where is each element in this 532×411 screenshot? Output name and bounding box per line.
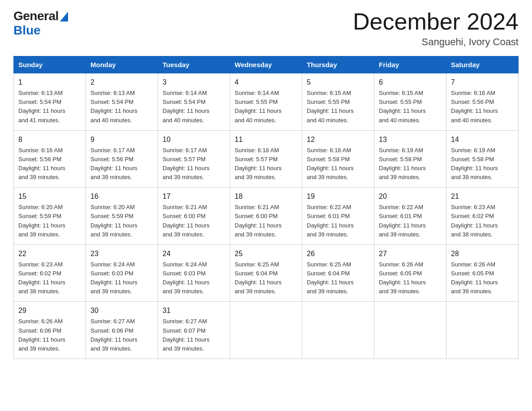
calendar-header-cell: Wednesday (230, 56, 302, 73)
day-info: Sunrise: 6:23 AM Sunset: 6:02 PM Dayligh… (18, 260, 81, 296)
day-number: 8 (18, 134, 81, 145)
calendar-day-cell: 11Sunrise: 6:18 AM Sunset: 5:57 PM Dayli… (230, 130, 302, 188)
calendar-week-row: 15Sunrise: 6:20 AM Sunset: 5:59 PM Dayli… (14, 188, 519, 245)
calendar-day-cell: 30Sunrise: 6:27 AM Sunset: 6:06 PM Dayli… (86, 302, 158, 359)
logo-arrow-icon (60, 12, 68, 21)
day-number: 12 (307, 134, 369, 145)
day-info: Sunrise: 6:20 AM Sunset: 5:59 PM Dayligh… (90, 203, 153, 239)
day-number: 2 (90, 77, 153, 88)
calendar-day-cell: 8Sunrise: 6:16 AM Sunset: 5:56 PM Daylig… (14, 130, 86, 188)
day-number: 9 (90, 134, 153, 145)
day-number: 27 (379, 248, 442, 259)
calendar-header-cell: Saturday (446, 56, 519, 73)
day-number: 4 (235, 77, 297, 88)
day-number: 11 (235, 134, 297, 145)
calendar-day-cell: 1Sunrise: 6:13 AM Sunset: 5:54 PM Daylig… (14, 73, 86, 131)
calendar-week-row: 29Sunrise: 6:26 AM Sunset: 6:06 PM Dayli… (14, 302, 519, 359)
day-number: 7 (451, 77, 514, 88)
day-number: 24 (163, 248, 225, 259)
calendar-day-cell: 13Sunrise: 6:19 AM Sunset: 5:58 PM Dayli… (374, 130, 446, 188)
logo: General Blue (13, 9, 68, 38)
day-info: Sunrise: 6:19 AM Sunset: 5:58 PM Dayligh… (379, 146, 442, 182)
day-info: Sunrise: 6:16 AM Sunset: 5:56 PM Dayligh… (451, 89, 514, 125)
calendar-day-cell: 20Sunrise: 6:22 AM Sunset: 6:01 PM Dayli… (374, 188, 446, 245)
page-header: General Blue December 2024 Sanguehi, Ivo… (13, 9, 519, 48)
location-subtitle: Sanguehi, Ivory Coast (353, 36, 519, 48)
calendar-body: 1Sunrise: 6:13 AM Sunset: 5:54 PM Daylig… (14, 73, 519, 359)
day-info: Sunrise: 6:21 AM Sunset: 6:00 PM Dayligh… (163, 203, 225, 239)
day-number: 18 (235, 191, 297, 202)
calendar-day-cell: 29Sunrise: 6:26 AM Sunset: 6:06 PM Dayli… (14, 302, 86, 359)
day-info: Sunrise: 6:27 AM Sunset: 6:07 PM Dayligh… (163, 317, 225, 353)
day-number: 30 (90, 305, 153, 316)
calendar-day-cell: 5Sunrise: 6:15 AM Sunset: 5:55 PM Daylig… (302, 73, 374, 131)
day-number: 21 (451, 191, 514, 202)
day-info: Sunrise: 6:24 AM Sunset: 6:03 PM Dayligh… (90, 260, 153, 296)
day-number: 20 (379, 191, 442, 202)
day-info: Sunrise: 6:13 AM Sunset: 5:54 PM Dayligh… (18, 89, 81, 125)
calendar-week-row: 22Sunrise: 6:23 AM Sunset: 6:02 PM Dayli… (14, 244, 519, 302)
day-info: Sunrise: 6:19 AM Sunset: 5:58 PM Dayligh… (451, 146, 514, 182)
calendar-day-cell: 3Sunrise: 6:14 AM Sunset: 5:54 PM Daylig… (158, 73, 230, 131)
logo-general-text: General (13, 9, 59, 23)
day-info: Sunrise: 6:15 AM Sunset: 5:55 PM Dayligh… (379, 89, 442, 125)
day-number: 16 (90, 191, 153, 202)
day-info: Sunrise: 6:16 AM Sunset: 5:56 PM Dayligh… (18, 146, 81, 182)
day-info: Sunrise: 6:26 AM Sunset: 6:06 PM Dayligh… (18, 317, 81, 353)
calendar-header-row: SundayMondayTuesdayWednesdayThursdayFrid… (14, 56, 519, 73)
calendar-week-row: 8Sunrise: 6:16 AM Sunset: 5:56 PM Daylig… (14, 130, 519, 188)
day-info: Sunrise: 6:25 AM Sunset: 6:04 PM Dayligh… (235, 260, 297, 296)
logo-blue-text: Blue (13, 23, 41, 38)
calendar-day-cell: 2Sunrise: 6:13 AM Sunset: 5:54 PM Daylig… (86, 73, 158, 131)
day-info: Sunrise: 6:18 AM Sunset: 5:57 PM Dayligh… (235, 146, 297, 182)
calendar-day-cell: 7Sunrise: 6:16 AM Sunset: 5:56 PM Daylig… (446, 73, 519, 131)
day-info: Sunrise: 6:22 AM Sunset: 6:01 PM Dayligh… (379, 203, 442, 239)
calendar-day-cell (230, 302, 302, 359)
day-info: Sunrise: 6:18 AM Sunset: 5:58 PM Dayligh… (307, 146, 369, 182)
day-info: Sunrise: 6:13 AM Sunset: 5:54 PM Dayligh… (90, 89, 153, 125)
calendar-day-cell: 18Sunrise: 6:21 AM Sunset: 6:00 PM Dayli… (230, 188, 302, 245)
calendar-header-cell: Tuesday (158, 56, 230, 73)
day-number: 10 (163, 134, 225, 145)
calendar-header-cell: Monday (86, 56, 158, 73)
day-number: 26 (307, 248, 369, 259)
day-number: 19 (307, 191, 369, 202)
day-info: Sunrise: 6:27 AM Sunset: 6:06 PM Dayligh… (90, 317, 153, 353)
calendar-day-cell: 24Sunrise: 6:24 AM Sunset: 6:03 PM Dayli… (158, 244, 230, 302)
day-number: 1 (18, 77, 81, 88)
day-info: Sunrise: 6:20 AM Sunset: 5:59 PM Dayligh… (18, 203, 81, 239)
day-number: 23 (90, 248, 153, 259)
day-number: 28 (451, 248, 514, 259)
calendar-day-cell: 21Sunrise: 6:23 AM Sunset: 6:02 PM Dayli… (446, 188, 519, 245)
day-info: Sunrise: 6:17 AM Sunset: 5:57 PM Dayligh… (163, 146, 225, 182)
day-info: Sunrise: 6:26 AM Sunset: 6:05 PM Dayligh… (379, 260, 442, 296)
day-info: Sunrise: 6:22 AM Sunset: 6:01 PM Dayligh… (307, 203, 369, 239)
calendar-header-cell: Friday (374, 56, 446, 73)
day-info: Sunrise: 6:17 AM Sunset: 5:56 PM Dayligh… (90, 146, 153, 182)
day-number: 3 (163, 77, 225, 88)
calendar-day-cell: 14Sunrise: 6:19 AM Sunset: 5:58 PM Dayli… (446, 130, 519, 188)
day-info: Sunrise: 6:14 AM Sunset: 5:55 PM Dayligh… (235, 89, 297, 125)
day-number: 25 (235, 248, 297, 259)
day-number: 22 (18, 248, 81, 259)
calendar-table: SundayMondayTuesdayWednesdayThursdayFrid… (13, 56, 519, 359)
calendar-day-cell: 15Sunrise: 6:20 AM Sunset: 5:59 PM Dayli… (14, 188, 86, 245)
calendar-day-cell: 6Sunrise: 6:15 AM Sunset: 5:55 PM Daylig… (374, 73, 446, 131)
calendar-day-cell: 25Sunrise: 6:25 AM Sunset: 6:04 PM Dayli… (230, 244, 302, 302)
calendar-day-cell: 16Sunrise: 6:20 AM Sunset: 5:59 PM Dayli… (86, 188, 158, 245)
day-number: 5 (307, 77, 369, 88)
day-info: Sunrise: 6:25 AM Sunset: 6:04 PM Dayligh… (307, 260, 369, 296)
title-block: December 2024 Sanguehi, Ivory Coast (353, 9, 519, 48)
calendar-week-row: 1Sunrise: 6:13 AM Sunset: 5:54 PM Daylig… (14, 73, 519, 131)
day-info: Sunrise: 6:23 AM Sunset: 6:02 PM Dayligh… (451, 203, 514, 239)
day-number: 17 (163, 191, 225, 202)
day-number: 15 (18, 191, 81, 202)
calendar-day-cell: 26Sunrise: 6:25 AM Sunset: 6:04 PM Dayli… (302, 244, 374, 302)
day-number: 6 (379, 77, 442, 88)
calendar-day-cell: 31Sunrise: 6:27 AM Sunset: 6:07 PM Dayli… (158, 302, 230, 359)
calendar-day-cell: 10Sunrise: 6:17 AM Sunset: 5:57 PM Dayli… (158, 130, 230, 188)
calendar-day-cell: 17Sunrise: 6:21 AM Sunset: 6:00 PM Dayli… (158, 188, 230, 245)
calendar-day-cell: 28Sunrise: 6:26 AM Sunset: 6:05 PM Dayli… (446, 244, 519, 302)
calendar-day-cell: 4Sunrise: 6:14 AM Sunset: 5:55 PM Daylig… (230, 73, 302, 131)
day-info: Sunrise: 6:21 AM Sunset: 6:00 PM Dayligh… (235, 203, 297, 239)
